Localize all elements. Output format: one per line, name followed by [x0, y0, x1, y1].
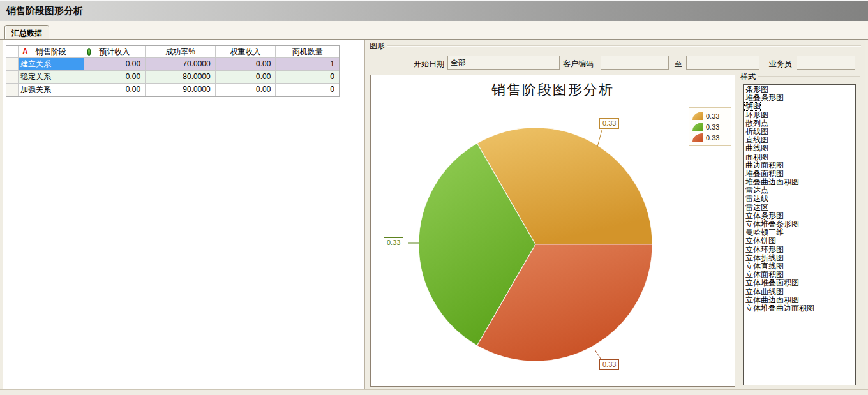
page-title: 销售阶段图形分析	[6, 5, 83, 17]
field-type-icon	[87, 48, 91, 56]
style-option[interactable]: 立体饼图	[744, 237, 776, 245]
sort-ascending-icon: A	[22, 46, 28, 57]
salesman-input[interactable]	[797, 56, 855, 70]
legend-swatch-pie-icon	[692, 112, 703, 120]
table-body: 建立关系 0.00 70.0000 0.00 1 稳定关系 0.00 80.00…	[6, 58, 339, 96]
graph-group-line	[387, 45, 861, 47]
callout-leader-line	[595, 350, 601, 359]
cell-success[interactable]: 70.0000	[146, 58, 216, 71]
style-option[interactable]: 环形图	[744, 111, 768, 119]
table-row[interactable]: 稳定关系 0.00 80.0000 0.00 0	[6, 71, 339, 84]
chart-legend: 0.33 0.33 0.33	[689, 107, 731, 146]
pie-chart-canvas: 销售阶段图形分析 0.33 0.33 0.33 0.33 0.33 0.33	[370, 75, 735, 387]
col-header-weighted[interactable]: 权重收入	[216, 46, 276, 58]
style-option[interactable]: 立体堆叠曲边面积图	[744, 304, 814, 313]
legend-entry: 0.33	[692, 132, 728, 143]
cell-weighted[interactable]: 0.00	[216, 84, 276, 96]
cell-stage[interactable]: 稳定关系	[19, 71, 84, 84]
cell-weighted[interactable]: 0.00	[216, 58, 276, 71]
start-date-label: 开始日期	[414, 59, 444, 70]
cell-count[interactable]: 0	[276, 84, 339, 96]
cell-weighted[interactable]: 0.00	[216, 71, 276, 84]
slice-label-orange: 0.33	[599, 118, 619, 129]
style-option[interactable]: 立体环形图	[744, 246, 784, 254]
cell-stage[interactable]: 建立关系	[19, 58, 84, 71]
style-option-selected[interactable]: 饼图	[744, 102, 761, 110]
to-label: 至	[675, 59, 682, 70]
legend-swatch-pie-icon	[692, 133, 703, 142]
style-option[interactable]: 立体折线图	[744, 254, 784, 262]
slice-label-red: 0.33	[599, 359, 619, 370]
slice-label-green: 0.33	[384, 237, 403, 248]
summary-table-pane: A 销售阶段 预计收入 成功率% 权重收入 商机数量 建立关系 0.00 7	[3, 40, 365, 389]
style-option[interactable]: 雷达线	[744, 195, 768, 203]
style-option[interactable]: 雷达区	[744, 204, 768, 212]
style-option[interactable]: 立体曲线图	[744, 288, 784, 296]
graph-group-label: 图形	[368, 41, 387, 52]
sales-stage-table: A 销售阶段 预计收入 成功率% 权重收入 商机数量 建立关系 0.00 7	[6, 45, 340, 97]
col-header-count[interactable]: 商机数量	[276, 46, 339, 58]
style-option[interactable]: 曲线图	[744, 144, 768, 153]
row-indicator[interactable]	[6, 71, 19, 84]
table-header-row: A 销售阶段 预计收入 成功率% 权重收入 商机数量	[6, 46, 339, 58]
row-indicator[interactable]	[6, 58, 19, 71]
salesman-label: 业务员	[769, 59, 792, 70]
table-row[interactable]: 加强关系 0.00 90.0000 0.00 0	[6, 84, 339, 96]
col-header-expected[interactable]: 预计收入	[84, 46, 146, 58]
start-date-input[interactable]	[447, 56, 560, 70]
tab-summary-data[interactable]: 汇总数据	[4, 25, 49, 40]
cell-count[interactable]: 1	[276, 58, 339, 71]
customer-code-to-input[interactable]	[686, 56, 760, 70]
legend-swatch-pie-icon	[692, 123, 703, 131]
cell-stage[interactable]: 加强关系	[19, 84, 84, 96]
style-option[interactable]: 散列点	[744, 119, 768, 128]
style-option[interactable]: 面积图	[744, 153, 768, 161]
table-row[interactable]: 建立关系 0.00 70.0000 0.00 1	[6, 58, 339, 71]
col-header-success[interactable]: 成功率%	[146, 46, 216, 58]
style-option[interactable]: 立体曲边面积图	[744, 296, 799, 304]
cell-expected[interactable]: 0.00	[84, 71, 146, 84]
chart-title: 销售阶段图形分析	[371, 80, 735, 100]
style-option[interactable]: 曲边面积图	[744, 161, 784, 170]
style-group-line	[758, 76, 860, 77]
pie-chart-svg	[371, 75, 735, 386]
cell-count[interactable]: 0	[276, 71, 339, 84]
callout-leader-line	[597, 130, 602, 147]
window-bottom-edge	[0, 389, 868, 395]
legend-entry: 0.33	[692, 121, 728, 132]
row-indicator[interactable]	[6, 84, 19, 96]
legend-entry: 0.33	[692, 110, 728, 121]
col-header-stage[interactable]: A 销售阶段	[19, 46, 84, 58]
chart-style-listbox[interactable]: 条形图 堆叠条形图 饼图 环形图 散列点 折线图 直线图 曲线图 面积图 曲边面…	[743, 84, 856, 385]
cell-expected[interactable]: 0.00	[84, 84, 146, 96]
row-indicator-header[interactable]	[6, 46, 19, 58]
cell-success[interactable]: 90.0000	[146, 84, 216, 96]
tab-strip: 汇总数据	[0, 21, 868, 40]
chart-pane: 图形 开始日期 客户编码 至 业务员	[366, 40, 865, 389]
title-bar: 销售阶段图形分析	[0, 0, 868, 21]
style-option[interactable]: 立体堆叠面积图	[744, 279, 799, 287]
cell-success[interactable]: 80.0000	[146, 71, 216, 84]
style-group-label: 样式	[738, 71, 758, 82]
customer-code-input[interactable]	[601, 56, 669, 70]
customer-code-label: 客户编码	[563, 59, 594, 70]
cell-expected[interactable]: 0.00	[84, 58, 146, 71]
